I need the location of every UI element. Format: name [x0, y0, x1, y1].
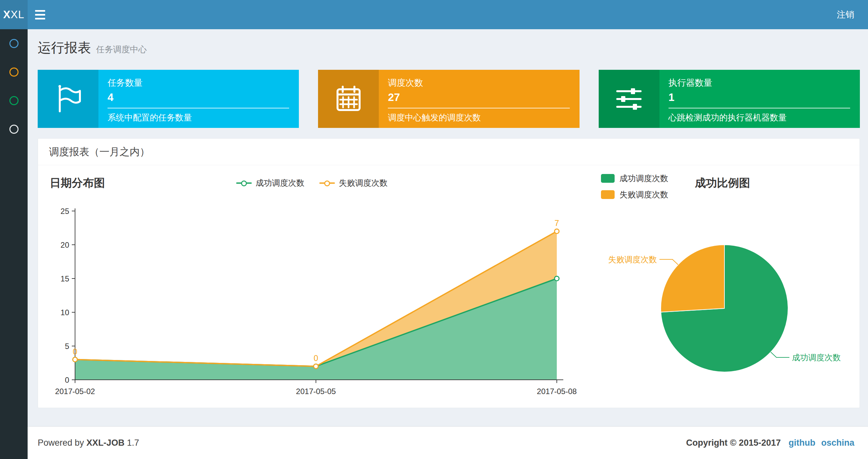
footer-right: Copyright © 2015-2017 github oschina [686, 438, 855, 448]
svg-text:5: 5 [65, 342, 69, 351]
footer: Powered by XXL-JOB 1.7 Copyright © 2015-… [28, 426, 868, 459]
sliders-icon [599, 70, 659, 128]
svg-text:15: 15 [60, 274, 69, 283]
legend-item-success[interactable]: 成功调度次数 [236, 177, 304, 188]
line-marker-icon [236, 180, 252, 186]
sidebar-item-3[interactable] [0, 86, 28, 115]
legend-swatch [601, 190, 615, 199]
legend-swatch [601, 174, 615, 183]
copyright: Copyright © 2015-2017 [686, 438, 781, 448]
card-value: 4 [107, 91, 289, 103]
circle-outline-icon [9, 125, 19, 134]
logo-text: XL [11, 8, 24, 21]
success-ratio-chart: 成功调度次数失败调度次数 [584, 201, 860, 396]
oschina-link[interactable]: oschina [821, 438, 855, 448]
date-distribution-chart: 05101520252017-05-022017-05-052017-05-08… [38, 198, 590, 405]
github-link[interactable]: github [789, 438, 815, 448]
hamburger-icon [35, 14, 45, 15]
sidebar-item-4[interactable] [0, 115, 28, 143]
hamburger-icon [35, 10, 45, 12]
svg-text:25: 25 [60, 207, 69, 216]
pie-legend-item-fail[interactable]: 失败调度次数 [601, 189, 668, 200]
card-body: 任务数量 4 系统中配置的任务数量 [98, 70, 299, 128]
logo-text-bold: X [3, 8, 11, 21]
card-divider [107, 108, 289, 108]
executor-count-card: 执行器数量 1 心跳检测成功的执行器机器数量 [599, 70, 860, 128]
product-name: XXL-JOB [86, 438, 124, 448]
circle-outline-icon [9, 67, 19, 76]
card-label: 任务数量 [107, 77, 289, 89]
app-logo[interactable]: XXL [0, 0, 28, 29]
panel-body: 日期分布图 成功调度次数 失败调度次数 [38, 165, 860, 408]
task-count-card: 任务数量 4 系统中配置的任务数量 [38, 70, 299, 128]
line-chart-legend: 成功调度次数 失败调度次数 [236, 177, 388, 188]
sidebar-item-1[interactable] [0, 29, 28, 58]
svg-text:2017-05-08: 2017-05-08 [537, 387, 577, 396]
card-value: 1 [669, 91, 850, 103]
svg-text:20: 20 [60, 240, 69, 249]
page-subtitle: 任务调度中心 [96, 44, 147, 55]
card-body: 调度次数 27 调度中心触发的调度次数 [379, 70, 579, 128]
svg-text:成功调度次数: 成功调度次数 [792, 353, 841, 362]
powered-by: Powered by XXL-JOB 1.7 [38, 438, 139, 448]
product-version: 1.7 [127, 438, 140, 448]
page-title-text: 运行报表 [38, 39, 91, 57]
card-description: 系统中配置的任务数量 [107, 112, 289, 123]
svg-text:0: 0 [73, 347, 77, 356]
summary-cards: 任务数量 4 系统中配置的任务数量 [28, 70, 868, 128]
sidebar [0, 29, 28, 459]
svg-text:0: 0 [314, 354, 318, 363]
page-header: 运行报表任务调度中心 [28, 29, 868, 57]
sidebar-item-2[interactable] [0, 58, 28, 86]
trigger-count-card: 调度次数 27 调度中心触发的调度次数 [318, 70, 579, 128]
panel-title: 调度报表（一月之内） [38, 139, 860, 165]
powered-prefix: Powered by [38, 438, 84, 448]
line-marker-icon [319, 180, 335, 186]
page-title: 运行报表任务调度中心 [38, 39, 868, 57]
top-navbar: XXL 注销 [0, 0, 868, 29]
sidebar-toggle-button[interactable] [28, 0, 52, 29]
pie-chart-title: 成功比例图 [695, 175, 750, 191]
flag-icon [38, 70, 98, 128]
svg-text:7: 7 [555, 219, 559, 228]
svg-text:2017-05-05: 2017-05-05 [296, 387, 336, 396]
card-divider [388, 108, 569, 108]
circle-outline-icon [9, 96, 19, 105]
card-description: 心跳检测成功的执行器机器数量 [669, 112, 850, 123]
svg-text:失败调度次数: 失败调度次数 [608, 255, 657, 264]
svg-text:2017-05-02: 2017-05-02 [55, 387, 95, 396]
circle-outline-icon [9, 39, 19, 48]
pie-legend-item-success[interactable]: 成功调度次数 [601, 173, 668, 184]
line-chart-title: 日期分布图 [50, 175, 105, 191]
app-root: XXL 注销 运行报表任务调度中心 [0, 0, 868, 459]
card-body: 执行器数量 1 心跳检测成功的执行器机器数量 [659, 70, 860, 128]
legend-label: 失败调度次数 [619, 189, 668, 200]
hamburger-icon [35, 18, 45, 20]
card-divider [669, 108, 850, 108]
card-value: 27 [388, 91, 569, 103]
calendar-icon [318, 70, 379, 128]
card-label: 执行器数量 [669, 77, 850, 89]
card-label: 调度次数 [388, 77, 569, 89]
logout-link[interactable]: 注销 [823, 0, 868, 29]
report-panel: 调度报表（一月之内） 日期分布图 成功调度次数 [38, 138, 860, 408]
legend-label: 失败调度次数 [339, 177, 388, 188]
card-description: 调度中心触发的调度次数 [388, 112, 569, 123]
svg-text:10: 10 [60, 308, 69, 317]
svg-text:0: 0 [65, 375, 69, 384]
main-content: 运行报表任务调度中心 任务数量 4 系统中配置的任务数量 [28, 29, 868, 408]
legend-label: 成功调度次数 [256, 177, 304, 188]
pie-legend: 成功调度次数 失败调度次数 [601, 173, 668, 200]
legend-label: 成功调度次数 [619, 173, 668, 184]
legend-item-fail[interactable]: 失败调度次数 [319, 177, 388, 188]
